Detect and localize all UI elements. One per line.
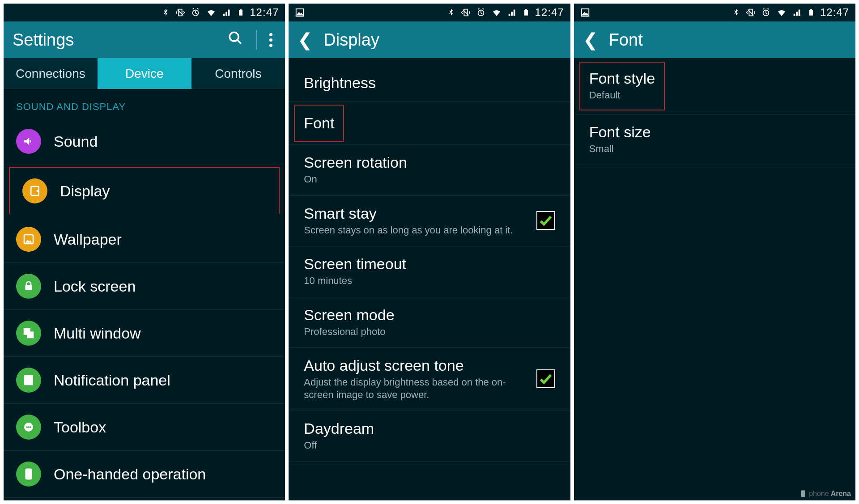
svg-rect-23 xyxy=(524,10,528,16)
item-sound[interactable]: Sound xyxy=(4,118,285,165)
row-smartstay[interactable]: Smart stay Screen stays on as long as yo… xyxy=(289,196,570,247)
item-multiwindow[interactable]: Multi window xyxy=(4,310,285,357)
row-title: Brightness xyxy=(304,74,555,92)
checkbox-autoadjust[interactable] xyxy=(536,369,555,388)
page-title: Font xyxy=(609,30,846,50)
bluetooth-icon xyxy=(447,8,455,17)
watermark-suffix: Arena xyxy=(831,490,851,498)
status-bar: 12:47 xyxy=(4,4,285,21)
row-title: Font size xyxy=(589,123,840,141)
svg-point-18 xyxy=(30,426,31,428)
row-brightness[interactable]: Brightness xyxy=(289,65,570,102)
overflow-menu-icon[interactable] xyxy=(266,33,276,47)
svg-rect-24 xyxy=(525,9,527,10)
svg-rect-29 xyxy=(810,9,812,10)
svg-line-5 xyxy=(238,40,242,44)
item-label: Display xyxy=(60,182,110,200)
vibrate-icon xyxy=(175,8,185,17)
row-sub: 10 minutes xyxy=(304,275,555,287)
wifi-icon xyxy=(776,7,787,18)
row-sub: Professional photo xyxy=(304,326,555,338)
item-label: Lock screen xyxy=(54,278,136,295)
tabs: Connections Device Controls xyxy=(4,58,285,89)
separator xyxy=(256,30,257,50)
watermark: phoneArena xyxy=(799,490,851,498)
row-sub: Default xyxy=(589,89,655,102)
search-icon[interactable] xyxy=(223,30,247,49)
row-sub: Small xyxy=(589,143,840,155)
row-title: Screen timeout xyxy=(304,255,555,273)
font-settings-list[interactable]: Font style Default Font size Small xyxy=(574,58,855,500)
back-icon[interactable]: ❮ xyxy=(298,30,313,50)
image-icon xyxy=(580,8,590,17)
vibrate-icon xyxy=(746,8,756,17)
item-wallpaper[interactable]: Wallpaper xyxy=(4,216,285,263)
row-autoadjust[interactable]: Auto adjust screen tone Adjust the displ… xyxy=(289,348,570,411)
row-title: Screen rotation xyxy=(304,154,555,171)
svg-rect-11 xyxy=(28,332,34,338)
status-time: 12:47 xyxy=(535,6,564,19)
item-lockscreen[interactable]: Lock screen xyxy=(4,263,285,310)
row-screentimeout[interactable]: Screen timeout 10 minutes xyxy=(289,246,570,297)
row-sub: On xyxy=(304,173,555,186)
wifi-icon xyxy=(491,7,502,18)
svg-rect-30 xyxy=(801,491,805,497)
row-title: Auto adjust screen tone xyxy=(304,357,529,374)
svg-point-4 xyxy=(230,32,239,41)
app-bar: Settings xyxy=(4,21,285,58)
row-sub: Screen stays on as long as you are looki… xyxy=(304,224,529,237)
display-settings-list[interactable]: Brightness Font Screen rotation On Smart… xyxy=(289,58,570,500)
row-sub: Adjust the display brightness based on t… xyxy=(304,376,529,401)
notification-panel-icon xyxy=(16,368,41,393)
onehanded-icon xyxy=(16,462,41,487)
item-label: Notification panel xyxy=(54,372,170,389)
row-title: Daydream xyxy=(304,420,555,437)
row-title: Screen mode xyxy=(304,306,555,324)
item-label: Multi window xyxy=(54,325,141,342)
item-notificationpanel[interactable]: Notification panel xyxy=(4,357,285,404)
vibrate-icon xyxy=(461,8,471,17)
signal-icon xyxy=(222,8,232,17)
tab-connections[interactable]: Connections xyxy=(4,58,98,89)
row-title: Smart stay xyxy=(304,205,529,222)
toolbox-icon xyxy=(16,415,41,440)
item-display[interactable]: Display xyxy=(9,167,280,214)
row-sub: Off xyxy=(304,439,555,452)
item-label: One-handed operation xyxy=(54,466,206,483)
screen-settings: 12:47 Settings Connections Device Contro… xyxy=(4,4,285,500)
app-bar: ❮ Display xyxy=(289,21,570,58)
bluetooth-icon xyxy=(731,8,740,17)
svg-point-16 xyxy=(26,426,28,428)
item-label: Toolbox xyxy=(54,419,106,436)
row-font[interactable]: Font xyxy=(289,102,570,145)
row-title: Font xyxy=(304,114,334,132)
section-sound-display: SOUND AND DISPLAY xyxy=(4,89,285,118)
tab-controls[interactable]: Controls xyxy=(191,58,285,89)
svg-rect-9 xyxy=(26,285,32,290)
checkbox-smartstay[interactable] xyxy=(536,211,555,230)
svg-rect-3 xyxy=(240,9,242,10)
screen-display: 12:47 ❮ Display Brightness Font Screen r… xyxy=(289,4,570,500)
screen-font: 12:47 ❮ Font Font style Default Font siz… xyxy=(574,4,855,500)
svg-rect-2 xyxy=(239,10,242,16)
display-icon xyxy=(22,178,47,203)
battery-icon xyxy=(808,7,815,18)
row-fontstyle[interactable]: Font style Default xyxy=(574,58,855,114)
row-screenmode[interactable]: Screen mode Professional photo xyxy=(289,297,570,348)
settings-list[interactable]: SOUND AND DISPLAY Sound Display Wallpape… xyxy=(4,89,285,500)
status-time: 12:47 xyxy=(250,6,279,19)
lock-icon xyxy=(16,274,41,299)
image-icon xyxy=(295,8,305,17)
item-toolbox[interactable]: Toolbox xyxy=(4,404,285,451)
tab-device[interactable]: Device xyxy=(98,58,191,89)
page-title: Settings xyxy=(13,30,214,50)
row-fontsize[interactable]: Font size Small xyxy=(574,114,855,165)
row-screenrotation[interactable]: Screen rotation On xyxy=(289,145,570,196)
watermark-prefix: phone xyxy=(809,490,829,498)
app-bar: ❮ Font xyxy=(574,21,855,58)
status-bar: 12:47 xyxy=(574,4,855,21)
row-daydream[interactable]: Daydream Off xyxy=(289,411,570,462)
item-onehanded[interactable]: One-handed operation xyxy=(4,451,285,498)
back-icon[interactable]: ❮ xyxy=(583,30,598,50)
status-bar: 12:47 xyxy=(289,4,570,21)
